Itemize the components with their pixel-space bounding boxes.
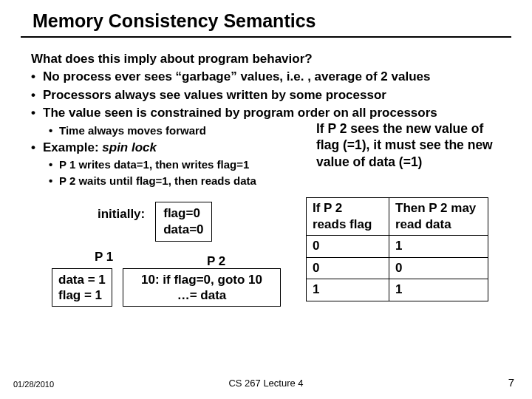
bullet-3: •The value seen is constrained by progra… (31, 105, 505, 121)
table-row: 0 1 (307, 236, 488, 257)
table-cell: 1 (307, 279, 389, 301)
init-data: data=0 (163, 222, 203, 238)
bullet-1: •No process ever sees “garbage” values, … (31, 69, 505, 85)
table-header-1: If P 2 reads flag (307, 197, 389, 236)
th2-line2: read data (395, 216, 482, 233)
footer-center: CS 267 Lecture 4 (0, 378, 532, 389)
p1-label: P 1 (95, 249, 113, 265)
p2-line-1: 10: if flag=0, goto 10 (128, 272, 276, 287)
table-header-2: Then P 2 may read data (389, 197, 488, 236)
table-cell: 0 (307, 257, 389, 279)
question-line: What does this imply about program behav… (31, 51, 505, 67)
table-row: 1 1 (307, 279, 488, 301)
results-table: If P 2 reads flag Then P 2 may read data… (306, 197, 488, 301)
sub-bullet-p2: •P 2 waits until flag=1, then reads data (31, 174, 312, 188)
table-row: 0 0 (307, 257, 488, 279)
example-em: spin lock (102, 140, 157, 154)
table-cell: 1 (389, 236, 488, 257)
th1-line1: If P 2 (313, 200, 383, 216)
p1-line-2: flag = 1 (58, 287, 106, 303)
table-header-row: If P 2 reads flag Then P 2 may read data (307, 197, 488, 236)
sub-text: P 2 waits until flag=1, then reads data (59, 174, 256, 187)
bullet-2: •Processors always see values written by… (31, 87, 505, 103)
footer-page-number: 7 (508, 376, 514, 389)
initial-values: initially: flag=0 data=0 (98, 202, 212, 242)
callout-text: If P 2 sees the new value of flag (=1), … (316, 120, 505, 170)
lower-region: initially: flag=0 data=0 P 1 P 2 data = … (31, 197, 505, 345)
table-cell: 1 (389, 279, 488, 301)
bullet-text: The value seen is constrained by program… (43, 106, 437, 120)
p2-code-box: 10: if flag=0, goto 10 …= data (123, 268, 281, 307)
initial-label: initially: (98, 202, 155, 242)
title-rule (21, 36, 511, 38)
example-label: Example: (43, 140, 102, 154)
sub-text: Time always moves forward (59, 124, 206, 137)
sub-bullet-p1: •P 1 writes data=1, then writes flag=1 (31, 157, 312, 172)
table-cell: 0 (307, 236, 389, 257)
bullet-text: No process ever sees “garbage” values, i… (43, 69, 430, 83)
th1-line2: reads flag (313, 216, 383, 233)
sub-text: P 1 writes data=1, then writes flag=1 (59, 158, 249, 171)
bullet-example: •Example: spin lock (31, 140, 312, 156)
p1-code-box: data = 1 flag = 1 (52, 268, 112, 307)
init-flag: flag=0 (163, 205, 203, 222)
initial-cell: flag=0 data=0 (155, 202, 211, 242)
sub-bullet-time: •Time always moves forward (31, 123, 312, 138)
table-cell: 0 (389, 257, 488, 279)
page-title: Memory Consistency Semantics (0, 0, 532, 36)
p1-line-1: data = 1 (58, 272, 106, 287)
slide-content: What does this imply about program behav… (0, 51, 532, 345)
th2-line1: Then P 2 may (395, 200, 482, 216)
bullet-text: Processors always see values written by … (43, 88, 386, 102)
p2-line-2: …= data (128, 287, 276, 303)
